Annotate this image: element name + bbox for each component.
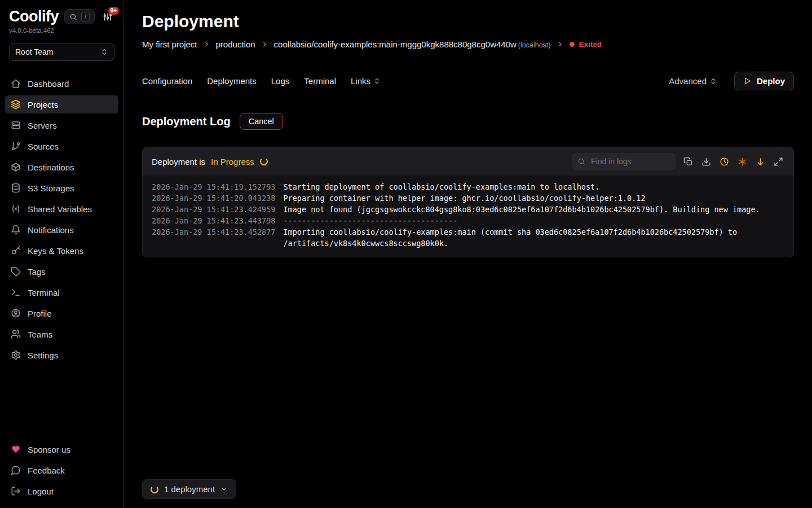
copy-logs-button[interactable] bbox=[682, 156, 694, 168]
log-timestamp: 2026-Jan-29 15:41:19.152793 bbox=[152, 181, 275, 192]
sidebar-item-settings[interactable]: Settings bbox=[5, 346, 118, 364]
breadcrumb-application-name: coollabsio/coolify-examples:main-mggg0kg… bbox=[274, 40, 517, 49]
deployment-status-value: In Progress bbox=[211, 157, 254, 167]
scroll-to-bottom-icon bbox=[756, 157, 765, 167]
log-line: 2026-Jan-29 15:41:23.424959 Image not fo… bbox=[152, 204, 784, 215]
sidebar-item-label: Destinations bbox=[28, 163, 74, 172]
log-panel-header: Deployment is In Progress bbox=[143, 147, 793, 176]
sidebar-item-sponsor[interactable]: Sponsor us bbox=[5, 440, 118, 458]
heart-icon bbox=[11, 444, 21, 454]
tab-logs[interactable]: Logs bbox=[271, 76, 290, 86]
sidebar-item-notifications[interactable]: Notifications bbox=[5, 221, 118, 239]
database-icon bbox=[11, 183, 21, 193]
sidebar-item-shared-variables[interactable]: Shared Variables bbox=[5, 200, 118, 218]
team-selector[interactable]: Root Team bbox=[9, 43, 114, 61]
sidebar-item-servers[interactable]: Servers bbox=[5, 116, 118, 134]
team-selector-value: Root Team bbox=[15, 47, 53, 56]
gear-icon bbox=[11, 350, 21, 360]
tab-links-label: Links bbox=[351, 76, 370, 86]
bell-icon bbox=[11, 225, 21, 235]
sidebar-item-label: Sources bbox=[28, 142, 59, 151]
log-timestamp: 2026-Jan-29 15:41:23.452877 bbox=[152, 226, 275, 249]
scroll-to-bottom-button[interactable] bbox=[754, 156, 766, 168]
tab-links-dropdown[interactable]: Links bbox=[351, 76, 381, 86]
status-badge: Exited bbox=[570, 40, 602, 49]
breadcrumb-server-suffix: (localhost) bbox=[518, 41, 551, 49]
sidebar-item-dashboard[interactable]: Dashboard bbox=[5, 75, 118, 93]
find-in-logs-box bbox=[572, 153, 676, 170]
git-branch-icon bbox=[11, 141, 21, 151]
app-version: v4.0.0-beta.462 bbox=[9, 27, 114, 34]
expand-logs-button[interactable] bbox=[773, 156, 784, 168]
sidebar-item-teams[interactable]: Teams bbox=[5, 325, 118, 343]
breadcrumb-environment[interactable]: production bbox=[216, 40, 255, 49]
toggle-timestamps-button[interactable] bbox=[718, 156, 730, 168]
log-line: 2026-Jan-29 15:41:23.452877 Importing co… bbox=[152, 226, 784, 249]
status-dot-icon bbox=[570, 42, 575, 47]
clock-icon bbox=[720, 157, 729, 167]
tab-configuration[interactable]: Configuration bbox=[142, 76, 192, 86]
download-logs-button[interactable] bbox=[700, 156, 712, 168]
deploy-button[interactable]: Deploy bbox=[734, 72, 794, 90]
log-toolbar bbox=[572, 153, 784, 170]
sidebar-item-label: Dashboard bbox=[28, 79, 69, 89]
deployments-count-toggle[interactable]: 1 deployment bbox=[142, 479, 236, 499]
tab-deployments[interactable]: Deployments bbox=[207, 76, 257, 86]
log-output: 2026-Jan-29 15:41:19.152793 Starting dep… bbox=[143, 176, 793, 257]
advanced-dropdown[interactable]: Advanced bbox=[665, 76, 721, 86]
chevrons-up-down-icon bbox=[100, 48, 108, 56]
sidebar: Coolify / 9+ v4.0.0-beta.462 Root Team D… bbox=[0, 0, 124, 508]
log-timestamp: 2026-Jan-29 15:41:20.043238 bbox=[152, 192, 275, 204]
notification-badge: 9+ bbox=[108, 7, 119, 15]
search-shortcut-key: / bbox=[81, 12, 90, 21]
sidebar-item-label: Servers bbox=[28, 121, 57, 130]
play-icon bbox=[743, 77, 752, 85]
sidebar-item-terminal[interactable]: Terminal bbox=[5, 283, 118, 301]
sidebar-item-label: Logout bbox=[28, 487, 54, 496]
tab-terminal[interactable]: Terminal bbox=[304, 76, 336, 86]
deployment-status-prefix: Deployment is bbox=[152, 157, 205, 167]
search-icon bbox=[69, 13, 77, 21]
sidebar-item-keys-tokens[interactable]: Keys & Tokens bbox=[5, 242, 118, 260]
server-icon bbox=[11, 120, 21, 130]
sidebar-item-tags[interactable]: Tags bbox=[5, 262, 118, 281]
breadcrumb-project[interactable]: My first project bbox=[142, 40, 197, 49]
breadcrumb-application[interactable]: coollabsio/coolify-examples:main-mggg0kg… bbox=[274, 40, 551, 49]
sidebar-item-sources[interactable]: Sources bbox=[5, 137, 118, 155]
chevron-right-icon bbox=[261, 41, 268, 48]
variable-icon bbox=[11, 204, 21, 214]
logout-icon bbox=[11, 486, 21, 496]
sidebar-item-destinations[interactable]: Destinations bbox=[5, 158, 118, 176]
sidebar-item-s3-storages[interactable]: S3 Storages bbox=[5, 179, 118, 197]
deployments-count-label: 1 deployment bbox=[164, 484, 215, 494]
feedback-icon bbox=[11, 465, 21, 475]
download-icon bbox=[701, 157, 711, 167]
sidebar-item-feedback[interactable]: Feedback bbox=[5, 461, 118, 479]
sidebar-item-label: Keys & Tokens bbox=[28, 246, 83, 256]
notifications-changelog-button[interactable]: 9+ bbox=[103, 12, 113, 22]
chevron-right-icon bbox=[203, 41, 210, 48]
chevron-right-icon bbox=[557, 41, 564, 48]
toggle-debug-button[interactable] bbox=[736, 156, 748, 168]
sidebar-item-label: Profile bbox=[28, 309, 52, 318]
sidebar-item-logout[interactable]: Logout bbox=[5, 482, 118, 500]
search-icon bbox=[577, 157, 585, 165]
sidebar-item-profile[interactable]: Profile bbox=[5, 304, 118, 322]
chevrons-up-down-icon bbox=[709, 77, 717, 85]
copy-icon bbox=[683, 157, 693, 167]
sidebar-item-label: Feedback bbox=[28, 466, 65, 475]
cancel-button[interactable]: Cancel bbox=[240, 113, 283, 130]
find-in-logs-input[interactable] bbox=[590, 156, 670, 167]
bottom-row: 1 deployment bbox=[142, 479, 794, 499]
sidebar-item-label: Shared Variables bbox=[28, 204, 92, 214]
tabs-row: Configuration Deployments Logs Terminal … bbox=[142, 72, 794, 90]
log-message: Importing coollabsio/coolify-examples:ma… bbox=[283, 226, 784, 249]
sidebar-footer: Sponsor us Feedback Logout bbox=[5, 440, 118, 500]
log-message: Preparing container with helper image: g… bbox=[283, 192, 645, 204]
sidebar-nav: Dashboard Projects Servers Sources Desti… bbox=[5, 75, 118, 364]
home-icon bbox=[11, 78, 21, 89]
chevron-down-icon bbox=[220, 485, 228, 493]
spinner-icon bbox=[151, 485, 158, 493]
global-search-button[interactable]: / bbox=[64, 9, 95, 24]
sidebar-item-projects[interactable]: Projects bbox=[5, 95, 118, 113]
